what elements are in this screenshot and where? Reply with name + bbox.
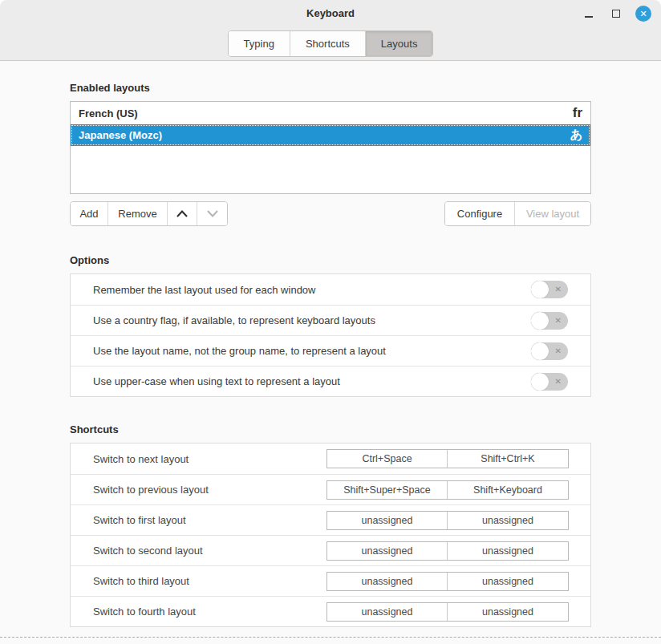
binding-cell-2[interactable]: unassigned [448,603,568,621]
binding-cell-2[interactable]: Shift+Ctrl+K [448,450,568,468]
layout-name: French (US) [79,107,138,119]
shortcuts-panel: Switch to next layout Ctrl+Space Shift+C… [70,443,591,627]
binding-group: unassigned unassigned [326,572,569,591]
options-heading: Options [70,254,591,266]
tab-layouts[interactable]: Layouts [366,31,433,56]
shortcut-row-fourth-layout: Switch to fourth layout unassigned unass… [71,596,590,626]
add-layout-button[interactable]: Add [71,202,108,225]
enabled-layouts-heading: Enabled layouts [70,82,591,94]
layout-list-toolbar: Add Remove Configure View layout [70,201,591,226]
maximize-button[interactable] [606,4,626,23]
option-label: Use the layout name, not the group name,… [93,345,386,357]
binding-cell-1[interactable]: Ctrl+Space [327,450,448,468]
option-label: Use upper-case when using text to repres… [93,375,340,387]
toggle-layout-name[interactable]: ✕ [531,342,568,360]
move-layout-down-button[interactable] [197,202,227,225]
shortcut-label: Switch to previous layout [93,484,209,496]
titlebar[interactable]: Keyboard ✕ [0,0,661,27]
option-row-country-flag: Use a country flag, if available, to rep… [71,305,590,335]
binding-cell-1[interactable]: unassigned [327,542,448,560]
options-panel: Remember the last layout used for each w… [70,273,591,397]
toggle-off-icon: ✕ [555,286,562,294]
tab-typing[interactable]: Typing [229,31,290,56]
binding-cell-1[interactable]: unassigned [327,573,448,590]
tab-bar: Typing Shortcuts Layouts [0,30,661,57]
minimize-icon [585,16,593,18]
move-layout-up-button[interactable] [168,202,197,225]
shortcut-label: Switch to second layout [93,545,203,557]
binding-cell-1[interactable]: Shift+Super+Space [327,481,448,499]
binding-group: unassigned unassigned [326,541,569,561]
binding-cell-2[interactable]: unassigned [448,512,568,529]
option-row-layout-name: Use the layout name, not the group name,… [71,335,590,366]
keyboard-settings-window: Keyboard ✕ Typing Shortcuts Layouts [0,0,661,644]
shortcut-row-first-layout: Switch to first layout unassigned unassi… [71,504,590,535]
tab-group: Typing Shortcuts Layouts [228,30,434,57]
enabled-layouts-list[interactable]: French (US) fr Japanese (Mozc) あ [70,101,591,194]
close-button[interactable]: ✕ [634,4,653,23]
toggle-knob [531,312,549,330]
chevron-up-icon [176,210,188,217]
layout-indicator-fr: fr [573,105,582,121]
layout-row-french[interactable]: French (US) fr [71,102,590,124]
minimize-button[interactable] [579,4,598,23]
bottom-resize-indicator [0,637,661,638]
layout-name: Japanese (Mozc) [79,129,162,141]
layouts-page: Enabled layouts French (US) fr Japanese … [70,82,591,627]
configure-button[interactable]: Configure [445,202,515,225]
binding-cell-1[interactable]: unassigned [327,512,448,529]
binding-cell-1[interactable]: unassigned [327,603,448,621]
layout-row-japanese[interactable]: Japanese (Mozc) あ [71,124,590,146]
shortcut-label: Switch to next layout [93,453,189,465]
toggle-knob [531,281,549,298]
window-controls: ✕ [579,4,653,23]
maximize-icon [612,10,620,18]
view-layout-button[interactable]: View layout [515,202,590,225]
shortcut-label: Switch to third layout [93,575,189,587]
toggle-knob [531,342,549,360]
binding-cell-2[interactable]: unassigned [448,573,568,590]
shortcut-row-previous-layout: Switch to previous layout Shift+Super+Sp… [71,474,590,504]
toggle-off-icon: ✕ [555,378,562,386]
layout-indicator-ja: あ [570,128,582,143]
option-label: Remember the last layout used for each w… [93,284,315,296]
toggle-country-flag[interactable]: ✕ [531,312,568,330]
option-row-upper-case: Use upper-case when using text to repres… [71,366,590,396]
toggle-off-icon: ✕ [555,347,562,355]
binding-cell-2[interactable]: unassigned [448,542,568,560]
shortcut-label: Switch to first layout [93,514,186,526]
layout-actions-button-group: Configure View layout [444,201,591,226]
window-title: Keyboard [0,7,661,19]
toggle-knob [531,373,549,391]
binding-cell-2[interactable]: Shift+Keyboard [448,481,568,499]
option-row-remember-layout: Remember the last layout used for each w… [71,274,590,305]
tab-shortcuts[interactable]: Shortcuts [290,31,366,56]
binding-group: unassigned unassigned [326,511,569,530]
shortcuts-heading: Shortcuts [70,423,591,435]
shortcut-row-third-layout: Switch to third layout unassigned unassi… [71,565,590,596]
shortcut-row-next-layout: Switch to next layout Ctrl+Space Shift+C… [71,444,590,474]
remove-layout-button[interactable]: Remove [108,202,168,225]
layout-edit-button-group: Add Remove [70,201,228,226]
option-label: Use a country flag, if available, to rep… [93,314,375,326]
shortcut-label: Switch to fourth layout [93,606,196,618]
toggle-remember-layout[interactable]: ✕ [531,281,568,298]
toggle-off-icon: ✕ [555,317,562,325]
binding-group: Shift+Super+Space Shift+Keyboard [326,480,569,500]
binding-group: unassigned unassigned [326,602,569,622]
toggle-upper-case[interactable]: ✕ [531,373,568,391]
shortcut-row-second-layout: Switch to second layout unassigned unass… [71,535,590,565]
window-header: Keyboard ✕ Typing Shortcuts Layouts [0,0,661,61]
binding-group: Ctrl+Space Shift+Ctrl+K [326,449,569,468]
chevron-down-icon [207,210,218,217]
close-icon: ✕ [635,6,651,22]
